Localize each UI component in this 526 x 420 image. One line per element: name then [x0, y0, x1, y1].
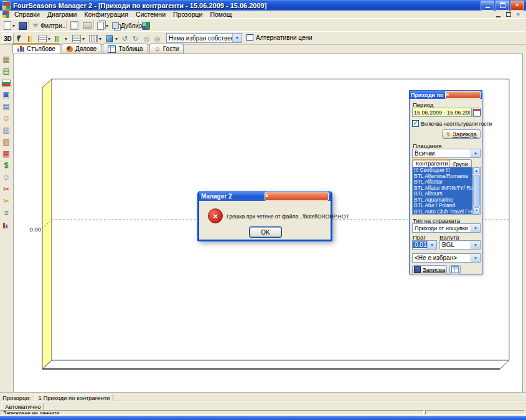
- restore-button[interactable]: [495, 1, 509, 11]
- ledger-icon[interactable]: ▦: [2, 149, 11, 158]
- load-button[interactable]: ↯ Зарежда: [442, 129, 481, 139]
- windows-row: Прозорци: 1 Приходи по контрагенти: [0, 393, 526, 402]
- include-guests-label: Включва неотпътували гости: [421, 121, 492, 127]
- list-item[interactable]: BTL Aquamarine: [413, 197, 480, 203]
- scroll-up-icon[interactable]: ▲: [473, 167, 480, 174]
- scroll-down-icon[interactable]: ▼: [473, 207, 480, 214]
- chevron-down-icon: ▾: [106, 23, 108, 29]
- print-preview-button[interactable]: [68, 20, 80, 31]
- tab-table-label: Таблица: [118, 45, 143, 52]
- tasks-icon[interactable]: ≡: [2, 208, 11, 217]
- list-item[interactable]: !!! Свободни !!!: [413, 167, 480, 174]
- combo-arrow-icon[interactable]: ▼: [232, 34, 242, 42]
- legend-icon: [38, 35, 47, 42]
- toolbar-separator: [138, 21, 139, 29]
- combo-arrow-icon[interactable]: ▼: [471, 149, 480, 157]
- minimize-button[interactable]: [481, 1, 494, 11]
- monitor-icon[interactable]: ▣: [2, 90, 11, 99]
- list-scrollbar[interactable]: ▲ ▼: [472, 167, 480, 214]
- menu-system[interactable]: Системни: [132, 11, 169, 18]
- period-field[interactable]: [412, 108, 472, 117]
- report-type-combobox[interactable]: Приходи от нощувки ▼: [412, 223, 481, 233]
- zoom-in-button[interactable]: ◎: [153, 33, 162, 44]
- list-item[interactable]: BTL Alfamina/Romania: [413, 174, 480, 180]
- owner-combobox-value: Няма избран собственици: [167, 35, 232, 42]
- windows-label: Прозорци:: [2, 394, 31, 401]
- menu-configuration[interactable]: Конфигурация: [80, 11, 131, 18]
- mdi-close-button[interactable]: ×: [514, 11, 522, 18]
- combo-arrow-icon[interactable]: ▼: [471, 224, 480, 232]
- ok-button[interactable]: OK: [249, 226, 282, 238]
- money-guests-icon[interactable]: ☺: [2, 173, 11, 182]
- table-view-button[interactable]: [449, 265, 461, 274]
- extra-combobox[interactable]: <Не е избран> ▼: [412, 253, 481, 263]
- calendar-button[interactable]: [472, 108, 481, 117]
- list-item[interactable]: BTL Auto Club Travel / Hunga: [413, 209, 480, 215]
- list-item[interactable]: BTL Alfatur INFINITY/ Romani: [413, 185, 480, 192]
- window-task-label: Приходи по контрагенти: [43, 394, 110, 401]
- tab-columns[interactable]: Стълбове: [12, 43, 60, 54]
- toolbar-separator: [93, 21, 94, 29]
- tab-shares[interactable]: Дялове: [62, 44, 101, 54]
- cut-coin-icon[interactable]: ✂: [2, 197, 11, 205]
- rotate-left-button[interactable]: ↺: [120, 33, 129, 44]
- mdi-restore-button[interactable]: [504, 11, 512, 18]
- mdi-minimize-icon: [496, 14, 500, 17]
- print-button[interactable]: [81, 20, 93, 31]
- list-item[interactable]: BTL Alltours: [413, 191, 480, 197]
- bulgaria-flag-icon[interactable]: [2, 78, 11, 87]
- copy-form-icon[interactable]: ▤: [2, 102, 11, 111]
- chevron-down-icon: ▾: [115, 36, 118, 42]
- rotate-right-button[interactable]: ↻: [131, 33, 140, 44]
- menu-help[interactable]: Помощ: [206, 11, 235, 18]
- chevron-down-icon: ▾: [99, 36, 101, 42]
- mdi-child-icon[interactable]: [2, 11, 9, 18]
- export-report-icon[interactable]: ▤: [2, 67, 11, 75]
- threshold-combobox[interactable]: 0.01 ▼: [412, 240, 437, 250]
- error-dialog-close-button[interactable]: ×: [265, 192, 329, 201]
- menu-diagrams[interactable]: Диаграми: [44, 11, 80, 18]
- scrollbar-thumb[interactable]: [473, 175, 480, 207]
- automatic-button[interactable]: Автоматично: [1, 403, 44, 411]
- menu-reports[interactable]: Справки: [11, 11, 44, 18]
- cut-service-icon[interactable]: ✂: [2, 185, 11, 194]
- error-dialog-title-bar[interactable]: Manager 2 ×: [199, 191, 331, 201]
- combo-arrow-icon[interactable]: ▼: [471, 254, 480, 262]
- menu-windows[interactable]: Прозорци: [169, 11, 206, 18]
- payments-combobox[interactable]: Всички ▼: [412, 149, 481, 158]
- close-button[interactable]: ×: [510, 1, 524, 11]
- chart-columns-icon[interactable]: [2, 220, 11, 229]
- window-task-button[interactable]: 1 Приходи по контрагенти: [35, 394, 114, 402]
- contractors-listbox[interactable]: !!! Свободни !!! BTL Alfamina/Romania BT…: [412, 167, 481, 215]
- floppy-icon: [414, 266, 421, 273]
- dollar-icon[interactable]: $: [2, 161, 11, 170]
- owner-combobox[interactable]: Няма избран собственици ▼: [166, 33, 242, 43]
- include-guests-checkbox[interactable]: ✓: [412, 120, 419, 127]
- window-title: FourSeasons Manager 2 - [Приходи по конт…: [13, 2, 266, 9]
- save-report-button[interactable]: Записва: [412, 265, 447, 274]
- panel-title-bar[interactable]: Приходи по контрагенти ×: [410, 91, 482, 99]
- list-item[interactable]: BTL Atur / Poland: [413, 203, 480, 209]
- include-guests-option[interactable]: ✓ Включва неотпътували гости: [412, 120, 492, 127]
- alt-prices-option[interactable]: Алтернативни цени: [247, 34, 312, 41]
- toggle-3d-button[interactable]: 3D: [2, 33, 14, 44]
- cassette-icon[interactable]: ▨: [2, 138, 11, 146]
- guests-icon[interactable]: ☺: [2, 114, 11, 123]
- tab-table[interactable]: Таблица: [103, 44, 148, 54]
- report-view-button[interactable]: [140, 20, 152, 31]
- zoom-out-button[interactable]: ◎: [142, 33, 152, 44]
- save-button[interactable]: [17, 20, 29, 31]
- mdi-minimize-button[interactable]: [494, 11, 502, 18]
- automatic-label: Автоматично: [5, 403, 40, 410]
- currency-combobox[interactable]: BGL ▼: [439, 240, 481, 250]
- minimize-icon: [486, 5, 490, 8]
- alt-prices-checkbox[interactable]: [247, 34, 253, 41]
- combo-arrow-icon[interactable]: ▼: [427, 241, 436, 249]
- filters-button[interactable]: Филтри...: [31, 20, 69, 31]
- folder-print-icon[interactable]: ▥: [2, 126, 11, 134]
- combo-arrow-icon[interactable]: ▼: [471, 241, 480, 249]
- panel-close-button[interactable]: ×: [445, 91, 481, 99]
- tab-guests[interactable]: ☺ Гости: [149, 44, 184, 54]
- list-item[interactable]: BTL Alfastar: [413, 179, 480, 185]
- organizer-icon[interactable]: ▦: [2, 55, 11, 63]
